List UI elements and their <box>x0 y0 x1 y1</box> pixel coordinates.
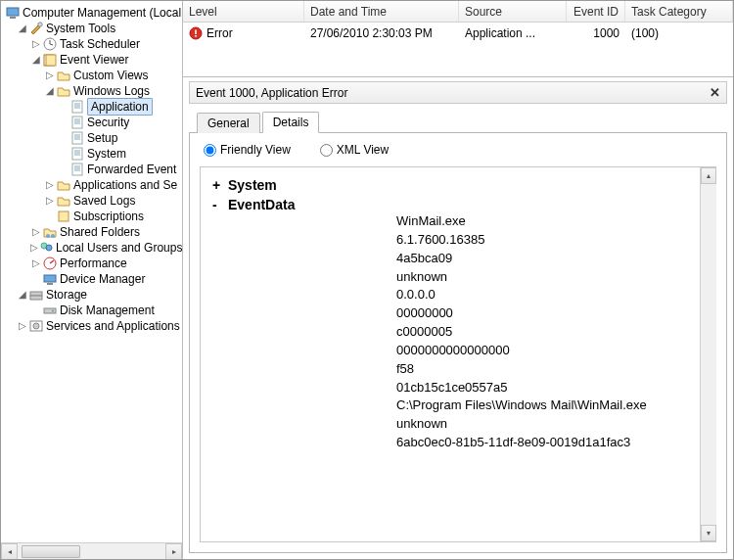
tab-general[interactable]: General <box>197 113 260 133</box>
expand-icon[interactable]: + <box>212 177 228 193</box>
tree-windows-logs[interactable]: ◢ Windows Logs <box>5 83 182 99</box>
tree-label: Setup <box>87 130 117 146</box>
event-row[interactable]: Error 27/06/2010 2:30:03 PM Application … <box>183 23 733 42</box>
tree-shared-folders[interactable]: ▷ Shared Folders <box>5 224 182 240</box>
tree-services-apps[interactable]: ▷ Services and Applications <box>5 318 182 334</box>
expander-closed-icon[interactable]: ▷ <box>30 224 42 240</box>
scroll-thumb[interactable] <box>22 545 80 558</box>
section-system[interactable]: + System <box>212 177 705 193</box>
column-date[interactable]: Date and Time <box>304 1 459 22</box>
radio-input[interactable] <box>204 144 216 157</box>
tree-root-computer-management[interactable]: Computer Management (Local <box>5 5 182 21</box>
svg-rect-0 <box>7 8 19 16</box>
expander-open-icon[interactable]: ◢ <box>17 21 28 36</box>
section-header: EventData <box>228 197 295 212</box>
cell-level: Error <box>183 23 304 42</box>
tab-details[interactable]: Details <box>262 112 320 133</box>
subscriptions-icon <box>56 209 71 224</box>
eventdata-value: WinMail.exe <box>396 212 705 231</box>
tree-log-application[interactable]: Application <box>5 99 182 115</box>
tree-label: Local Users and Groups <box>56 240 182 256</box>
svg-rect-19 <box>30 292 42 296</box>
cell-task: (100) <box>625 23 733 42</box>
scroll-track[interactable] <box>18 543 165 560</box>
tree-apps-services-logs[interactable]: ▷ Applications and Se <box>5 177 182 193</box>
tree-device-manager[interactable]: Device Manager <box>5 271 182 287</box>
radio-label: XML View <box>337 143 389 157</box>
scroll-right-button[interactable]: ▸ <box>165 543 182 560</box>
tree-subscriptions[interactable]: Subscriptions <box>5 209 182 224</box>
tree-system-tools[interactable]: ◢ System Tools <box>5 21 182 36</box>
tab-strip: General Details <box>189 112 727 133</box>
vertical-scrollbar[interactable]: ▴ ▾ <box>700 167 716 541</box>
expander-open-icon[interactable]: ◢ <box>30 52 42 68</box>
svg-rect-6 <box>72 101 82 113</box>
log-icon <box>69 146 85 162</box>
log-icon <box>69 130 85 146</box>
log-icon <box>69 162 85 177</box>
computer-icon <box>5 5 21 21</box>
tree-custom-views[interactable]: ▷ Custom Views <box>5 68 182 83</box>
tree-log-setup[interactable]: Setup <box>5 130 182 146</box>
tree-event-viewer[interactable]: ◢ Event Viewer <box>5 52 182 68</box>
tree-log-system[interactable]: System <box>5 146 182 162</box>
expander-closed-icon[interactable]: ▷ <box>30 36 42 52</box>
tree-label: Custom Views <box>73 68 148 83</box>
eventdata-value: 6.1.7600.16385 <box>396 231 705 250</box>
tree-storage[interactable]: ◢ Storage <box>5 287 182 303</box>
radio-input[interactable] <box>320 144 333 157</box>
svg-rect-8 <box>72 132 82 144</box>
tree-local-users[interactable]: ▷ Local Users and Groups <box>5 240 182 256</box>
scroll-track[interactable] <box>701 184 716 525</box>
tree-label: Computer Management (Local <box>23 5 181 21</box>
tree-disk-management[interactable]: Disk Management <box>5 303 182 318</box>
section-header: System <box>228 177 277 193</box>
cell-date: 27/06/2010 2:30:03 PM <box>304 23 459 42</box>
horizontal-scrollbar[interactable]: ◂ ▸ <box>1 542 182 559</box>
detail-title-text: Event 1000, Application Error <box>196 86 347 100</box>
expander-closed-icon[interactable]: ▷ <box>30 256 42 271</box>
column-level[interactable]: Level <box>183 1 304 22</box>
folder-icon <box>56 193 71 209</box>
expander-closed-icon[interactable]: ▷ <box>17 318 28 334</box>
navigation-tree[interactable]: Computer Management (Local ◢ System Tool… <box>1 1 182 542</box>
tree-task-scheduler[interactable]: ▷ Task Scheduler <box>5 36 182 52</box>
expander-open-icon[interactable]: ◢ <box>17 287 28 303</box>
svg-rect-9 <box>72 148 82 160</box>
storage-icon <box>28 287 44 303</box>
scroll-down-button[interactable]: ▾ <box>701 525 716 541</box>
column-eventid[interactable]: Event ID <box>567 1 625 22</box>
radio-friendly-view[interactable]: Friendly View <box>204 143 291 157</box>
scroll-up-button[interactable]: ▴ <box>701 167 716 184</box>
tree-label: Performance <box>60 256 127 271</box>
expander-closed-icon[interactable]: ▷ <box>44 68 56 83</box>
radio-xml-view[interactable]: XML View <box>320 143 389 157</box>
detail-pane: Event 1000, Application Error ✕ General … <box>183 77 733 559</box>
tree-log-forwarded[interactable]: Forwarded Event <box>5 162 182 177</box>
svg-point-13 <box>51 234 55 238</box>
column-task[interactable]: Task Category <box>625 1 733 22</box>
tree-performance[interactable]: ▷ Performance <box>5 256 182 271</box>
tree-saved-logs[interactable]: ▷ Saved Logs <box>5 193 182 209</box>
collapse-icon[interactable]: - <box>212 197 228 212</box>
tab-body: Friendly View XML View + System - EventD… <box>189 133 727 553</box>
folder-icon <box>56 83 71 99</box>
expander-closed-icon[interactable]: ▷ <box>44 177 56 193</box>
expander-closed-icon[interactable]: ▷ <box>44 193 56 209</box>
event-list-header[interactable]: Level Date and Time Source Event ID Task… <box>183 1 733 23</box>
tree-log-security[interactable]: Security <box>5 115 182 130</box>
folder-icon <box>56 68 71 83</box>
expander-closed-icon[interactable]: ▷ <box>30 240 38 256</box>
svg-point-15 <box>46 245 52 251</box>
section-eventdata[interactable]: - EventData <box>212 197 705 212</box>
column-source[interactable]: Source <box>459 1 567 22</box>
expander-open-icon[interactable]: ◢ <box>44 83 56 99</box>
svg-point-22 <box>52 310 54 312</box>
tree-label: Security <box>87 115 129 130</box>
eventdata-value: 6abc0ec0-81b5-11df-8e09-0019d1a1fac3 <box>396 434 705 452</box>
scroll-left-button[interactable]: ◂ <box>1 543 18 560</box>
tree-label: System <box>87 146 126 162</box>
svg-point-24 <box>33 323 39 329</box>
svg-rect-27 <box>195 35 197 37</box>
close-icon[interactable]: ✕ <box>710 85 720 100</box>
